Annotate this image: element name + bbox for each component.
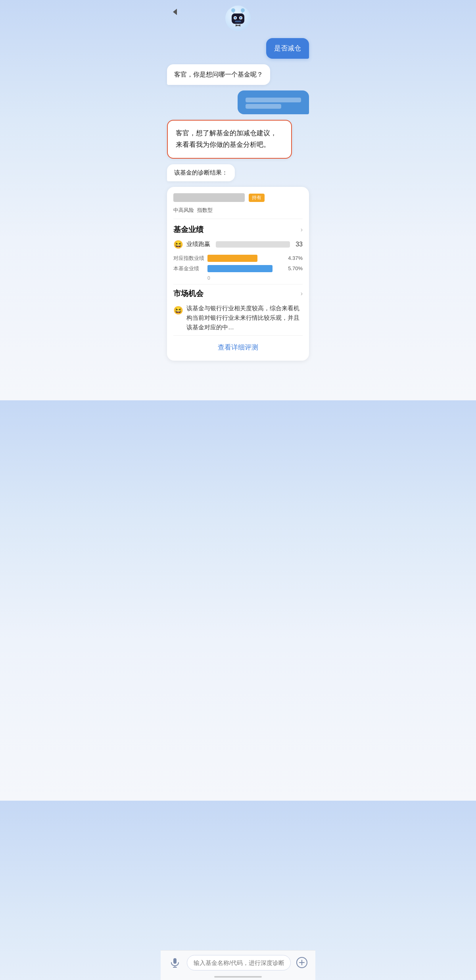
chat-area: 是否减仓 客官，你是想问哪一个基金呢？ 客官，想了解基金的加减仓建议，来看看我为… [161,34,315,400]
performance-arrow-icon[interactable]: › [301,226,303,233]
diagnosis-label-bubble: 该基金的诊断结果： [167,164,235,181]
bot-bubble-2-text: 客官，想了解基金的加减仓建议，来看看我为你做的基金分析吧。 [176,129,277,148]
fund-divider-3 [173,335,303,336]
svg-rect-9 [235,21,241,22]
bar-pct-fund: 5.70% [284,265,303,271]
bar-fill-index [207,255,257,262]
fund-tag-type: 指数型 [197,207,213,214]
bot-bubble-highlighted: 客官，想了解基金的加减仓建议，来看看我为你做的基金分析吧。 [167,120,292,159]
redact-bar-1 [246,98,301,102]
bar-fill-fund [207,265,273,272]
back-icon [173,9,177,15]
fund-performance-section: 基金业绩 › 😆 业绩跑赢 33 对应指数业绩 4.37% [167,219,309,284]
market-arrow-icon[interactable]: › [301,290,303,297]
market-title: 市场机会 [173,288,203,299]
perf-label: 业绩跑赢 [186,240,210,248]
perf-number: 33 [296,241,303,248]
fund-card: 持有 中高风险 指数型 基金业绩 › 😆 业绩跑赢 33 [167,187,309,361]
performance-title: 基金业绩 [173,225,203,235]
fund-tags: 中高风险 指数型 [167,205,309,219]
fund-tag-risk: 中高风险 [173,207,194,214]
avatar-circle [225,6,251,31]
performance-bar-chart: 对应指数业绩 4.37% 本基金业绩 5.70% 0 [173,253,303,281]
user-bubble-1-text: 是否减仓 [274,44,301,52]
svg-point-7 [234,17,236,19]
bot-bubble-1-text: 客官，你是想问哪一个基金呢？ [174,71,263,78]
bar-label-index: 对应指数业绩 [173,255,204,262]
bot-bubble-1: 客官，你是想问哪一个基金呢？ [167,64,270,85]
bar-pct-index: 4.37% [284,255,303,261]
performance-row: 😆 业绩跑赢 33 [173,240,303,249]
bar-zero-label: 0 [207,275,303,281]
perf-emoji: 😆 [173,240,183,249]
fund-card-header: 持有 [167,187,309,205]
svg-point-8 [240,17,242,19]
svg-point-12 [237,25,239,26]
user-bubble-1: 是否减仓 [266,38,309,59]
diagnosis-label-text: 该基金的诊断结果： [174,169,228,176]
redact-bar-2 [246,104,281,109]
market-section-header: 市场机会 › [173,288,303,299]
user-bubble-2-redacted [238,90,309,114]
bar-row-index: 对应指数业绩 4.37% [173,255,303,262]
view-detail-button[interactable]: 查看详细评测 [173,340,303,354]
market-section: 市场机会 › 😆 该基金与银行行业相关度较高，综合来看机构当前对银行行业未来行情… [167,284,309,335]
perf-redacted-bar [216,241,290,248]
back-button[interactable] [169,6,181,18]
performance-section-header: 基金业绩 › [173,225,303,235]
svg-point-0 [231,8,235,12]
svg-point-1 [241,8,245,12]
bot-avatar [225,6,251,31]
bar-track-fund [207,265,281,272]
svg-rect-4 [232,13,244,24]
view-detail-text: 查看详细评测 [218,344,258,351]
fund-badge: 持有 [249,194,265,202]
market-emoji: 😆 [173,304,183,317]
robot-icon [225,6,251,31]
bar-label-fund: 本基金业绩 [173,265,204,272]
bar-row-fund: 本基金业绩 5.70% [173,265,303,272]
market-text: 该基金与银行行业相关度较高，综合来看机构当前对银行行业未来行情比较乐观，并且该基… [186,304,303,332]
fund-name-redacted [173,193,245,202]
bar-track-index [207,255,281,262]
header [161,0,315,34]
market-content: 😆 该基金与银行行业相关度较高，综合来看机构当前对银行行业未来行情比较乐观，并且… [173,304,303,332]
